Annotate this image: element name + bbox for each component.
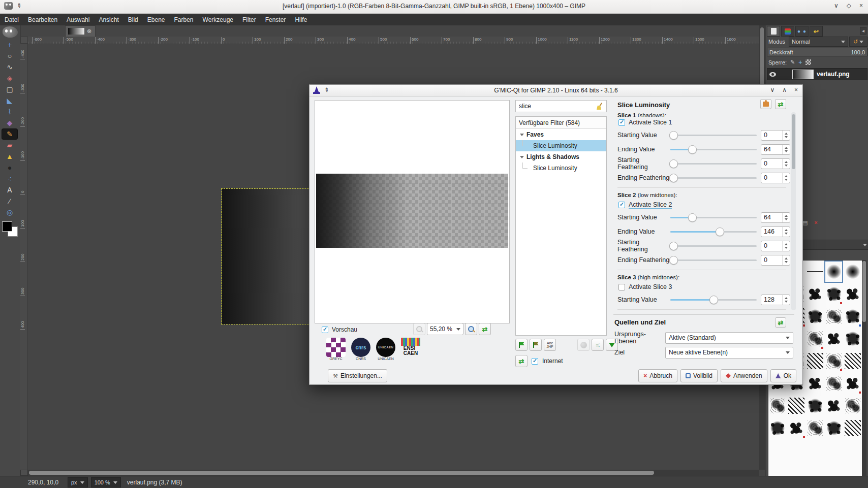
slider-handle[interactable] (669, 159, 678, 168)
output-mode-select[interactable]: Neue aktive Ebene(n) (665, 347, 793, 359)
text-tool[interactable]: A (2, 185, 17, 195)
search-field[interactable]: slice (515, 100, 607, 112)
brush-thumbnail[interactable] (824, 261, 843, 283)
parameter-spinbox[interactable]: 128 (761, 295, 790, 305)
paintbrush-tool[interactable]: ✎ (2, 129, 17, 139)
gradient-tool[interactable]: ◆ (2, 118, 17, 128)
reset-params-button[interactable]: ⇄ (775, 99, 786, 109)
mode-select[interactable]: Normal (789, 37, 848, 47)
opacity-slider[interactable]: Deckkraft 100,0 (767, 48, 867, 56)
brush-thumbnail[interactable] (843, 283, 862, 305)
dock-collapse-button[interactable]: ◂ (860, 27, 866, 35)
parameter-spinbox[interactable]: 0 (761, 255, 790, 266)
brush-thumbnail[interactable] (806, 305, 825, 328)
eraser-tool[interactable]: ▰ (2, 140, 17, 150)
tab-paths[interactable]: ● ● (795, 26, 809, 37)
brush-thumbnail[interactable] (806, 372, 825, 395)
ok-button[interactable]: Ok (770, 369, 796, 382)
menu-fenster[interactable]: Fenster (261, 16, 291, 23)
maximize-button[interactable]: ◇ (847, 2, 851, 9)
brush-thumbnail[interactable] (824, 283, 843, 305)
parameter-slider[interactable] (670, 296, 757, 304)
canvas-horizontal-scrollbar[interactable] (28, 470, 759, 476)
filter-settings-button[interactable]: ≡⁚ (592, 339, 604, 351)
warp-tool[interactable]: ⌇ (2, 107, 17, 117)
layer-row[interactable]: verlauf.png (767, 68, 867, 80)
filter-item[interactable]: Slice Luminosity (516, 162, 606, 174)
parameter-spinbox[interactable]: 0 (761, 158, 790, 169)
parameter-spinbox[interactable]: 0 (761, 173, 790, 183)
parameter-slider[interactable] (670, 145, 757, 153)
mode-reset-button[interactable]: ↺ (849, 37, 867, 47)
brush-thumbnail[interactable] (806, 395, 825, 417)
brush-thumbnail[interactable] (843, 328, 862, 350)
preview-checkbox[interactable] (322, 327, 328, 333)
activate-slice-checkbox[interactable] (618, 119, 625, 126)
slider-handle[interactable] (688, 145, 697, 154)
zoom-tool[interactable]: ◎ (2, 207, 17, 217)
slider-handle[interactable] (669, 174, 678, 182)
layer-visibility-icon[interactable] (769, 72, 776, 77)
parameters-scrollbar[interactable] (791, 112, 796, 310)
brush-thumbnail[interactable] (824, 395, 843, 417)
remove-fave-button[interactable] (530, 339, 542, 351)
brush-thumbnail[interactable] (806, 417, 825, 439)
tab-layers[interactable] (767, 26, 780, 37)
output-reset-button[interactable]: ⇄ (775, 317, 786, 328)
fg-bg-color-swatches[interactable] (2, 221, 18, 237)
settings-button[interactable]: ⚒ Einstellungen... (328, 369, 387, 382)
close-button[interactable]: × (859, 2, 863, 9)
fullscreen-button[interactable]: Vollbild (680, 369, 718, 382)
slider-handle[interactable] (669, 256, 678, 265)
ellipse-select-tool[interactable]: ○ (2, 51, 17, 61)
preview-refresh-button[interactable]: ⇄ (479, 323, 491, 335)
internet-checkbox[interactable] (532, 358, 538, 365)
brush-thumbnail[interactable] (806, 350, 825, 372)
unit-select[interactable]: px (68, 477, 88, 487)
internet-update-button[interactable] (577, 339, 590, 351)
parameter-slider[interactable] (670, 159, 757, 168)
refresh-filters-button[interactable]: ⇄ (515, 355, 528, 367)
parameter-spinbox[interactable]: 0 (761, 241, 790, 251)
menu-werkzeuge[interactable]: Werkzeuge (198, 16, 238, 23)
ruler-corner-button[interactable] (20, 37, 28, 44)
slider-handle[interactable] (669, 131, 678, 140)
parameter-slider[interactable] (670, 213, 757, 221)
zoom-out-button[interactable] (413, 323, 425, 335)
minimize-button[interactable]: ∨ (834, 2, 839, 9)
image-tab-close-icon[interactable]: ⊗ (87, 28, 91, 35)
brush-thumbnail[interactable] (843, 372, 862, 395)
brush-thumbnail[interactable] (824, 328, 843, 350)
brush-thumbnail[interactable] (824, 372, 843, 395)
foreground-color[interactable] (2, 221, 12, 232)
clone-tool[interactable]: ▲ (2, 151, 17, 161)
slider-handle[interactable] (688, 213, 697, 222)
brush-thumbnail[interactable] (843, 350, 862, 372)
parameter-spinbox[interactable]: 64 (761, 144, 790, 155)
brush-thumbnail[interactable] (806, 283, 825, 305)
airbrush-tool[interactable]: ⁖ (2, 174, 17, 184)
input-layers-select[interactable]: Aktive (Standard) (665, 332, 793, 344)
parameter-spinbox[interactable]: 146 (761, 226, 790, 237)
lock-alpha-icon[interactable] (805, 59, 811, 65)
brush-thumbnail[interactable] (806, 261, 825, 283)
slider-handle[interactable] (716, 227, 724, 236)
filter-category[interactable]: Lights & Shadows (516, 151, 606, 162)
parameter-slider[interactable] (670, 131, 757, 139)
rename-fave-button[interactable]: AbcJHF (544, 339, 556, 351)
select-by-color-tool[interactable]: ◈ (2, 73, 17, 83)
menu-auswahl[interactable]: Auswahl (62, 16, 94, 23)
free-select-tool[interactable]: ∿ (2, 62, 17, 72)
lock-pixels-icon[interactable]: ✎ (790, 59, 795, 66)
zoom-in-button[interactable] (465, 323, 477, 335)
apply-button[interactable]: Anwenden (721, 369, 767, 382)
brush-thumbnail[interactable] (806, 328, 825, 350)
menu-ansicht[interactable]: Ansicht (94, 16, 123, 23)
brush-thumbnail[interactable] (824, 305, 843, 328)
menu-filter[interactable]: Filter (238, 16, 261, 23)
transform-tool[interactable]: ◣ (2, 95, 17, 106)
menu-bearbeiten[interactable]: Bearbeiten (23, 16, 62, 23)
filter-category[interactable]: Faves (516, 129, 606, 140)
crop-tool[interactable]: ▢ (2, 84, 17, 94)
brush-thumbnail[interactable] (824, 417, 843, 439)
